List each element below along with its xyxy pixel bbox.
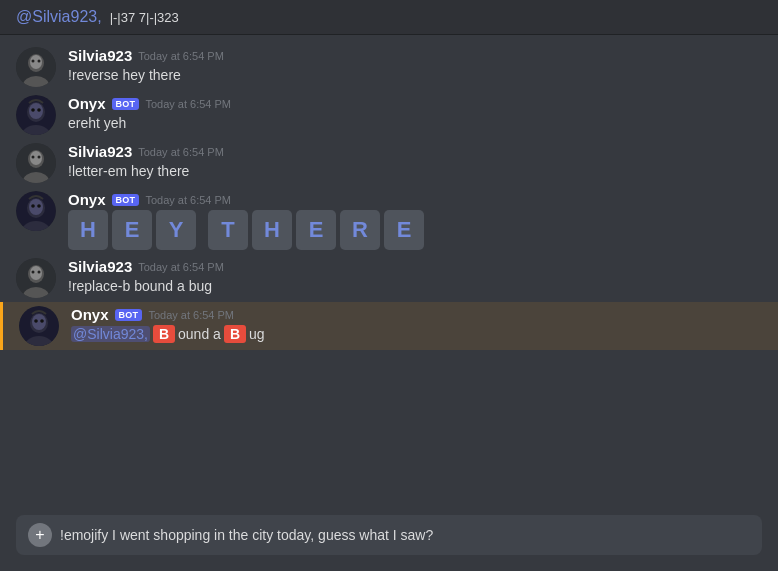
replace-b-result: @Silvia923, B ound a B ug [71, 325, 762, 343]
letter-box: E [112, 210, 152, 250]
avatar [16, 47, 56, 87]
message-group: Onyx BOT Today at 6:54 PM ereht yeh [0, 91, 778, 139]
svg-point-10 [31, 108, 35, 112]
svg-point-23 [37, 204, 41, 208]
input-area: + [0, 505, 778, 571]
letter-box: H [68, 210, 108, 250]
timestamp: Today at 6:54 PM [148, 309, 234, 321]
svg-point-27 [30, 266, 42, 280]
avatar [16, 258, 56, 298]
username: Onyx [68, 95, 106, 112]
timestamp: Today at 6:54 PM [138, 146, 224, 158]
svg-point-28 [32, 271, 35, 274]
username: Onyx [68, 191, 106, 208]
svg-point-4 [32, 60, 35, 63]
svg-point-29 [38, 271, 41, 274]
letter-box: E [384, 210, 424, 250]
svg-point-15 [30, 151, 42, 165]
message-group: Silvia923 Today at 6:54 PM !reverse hey … [0, 43, 778, 91]
svg-point-11 [37, 108, 41, 112]
text-part: ug [249, 326, 265, 342]
username: Silvia923 [68, 258, 132, 275]
bot-badge: BOT [112, 98, 140, 110]
timestamp: Today at 6:54 PM [138, 50, 224, 62]
text-part: ound a [178, 326, 221, 342]
letter-box: T [208, 210, 248, 250]
message-text: !letter-em hey there [68, 162, 762, 182]
b-box: B [224, 325, 246, 343]
avatar [19, 306, 59, 346]
letter-box: E [296, 210, 336, 250]
message-group: Silvia923 Today at 6:54 PM !replace-b bo… [0, 254, 778, 302]
timestamp: Today at 6:54 PM [138, 261, 224, 273]
pinned-message: @Silvia923, |-|37 7|-|323 [0, 0, 778, 35]
svg-point-5 [38, 60, 41, 63]
timestamp: Today at 6:54 PM [145, 98, 231, 110]
message-content: Silvia923 Today at 6:54 PM !reverse hey … [68, 47, 762, 86]
username: Silvia923 [68, 47, 132, 64]
letter-box: H [252, 210, 292, 250]
message-content: Silvia923 Today at 6:54 PM !letter-em he… [68, 143, 762, 182]
avatar [16, 143, 56, 183]
svg-point-3 [30, 55, 42, 69]
bot-badge: BOT [115, 309, 143, 321]
message-text: !reverse hey there [68, 66, 762, 86]
avatar [16, 95, 56, 135]
message-text: ereht yeh [68, 114, 762, 134]
chat-input[interactable] [60, 527, 750, 543]
letter-box: R [340, 210, 380, 250]
message-group-highlighted: Onyx BOT Today at 6:54 PM @Silvia923, B … [0, 302, 778, 350]
timestamp: Today at 6:54 PM [145, 194, 231, 206]
message-header: Silvia923 Today at 6:54 PM [68, 143, 762, 160]
svg-point-21 [29, 199, 43, 215]
svg-point-9 [29, 103, 43, 119]
add-button[interactable]: + [28, 523, 52, 547]
message-content: Onyx BOT Today at 6:54 PM @Silvia923, B … [71, 306, 762, 343]
messages-area: Silvia923 Today at 6:54 PM !reverse hey … [0, 35, 778, 505]
message-header: Silvia923 Today at 6:54 PM [68, 47, 762, 64]
b-box: B [153, 325, 175, 343]
message-content: Silvia923 Today at 6:54 PM !replace-b bo… [68, 258, 762, 297]
svg-point-16 [32, 156, 35, 159]
svg-point-22 [31, 204, 35, 208]
message-content: Onyx BOT Today at 6:54 PM H E Y T H E R … [68, 191, 762, 250]
message-header: Onyx BOT Today at 6:54 PM [68, 191, 762, 208]
pinned-mention: @Silvia923, [16, 8, 102, 26]
username: Onyx [71, 306, 109, 323]
svg-point-33 [32, 314, 46, 330]
message-header: Silvia923 Today at 6:54 PM [68, 258, 762, 275]
message-header: Onyx BOT Today at 6:54 PM [68, 95, 762, 112]
pinned-text: |-|37 7|-|323 [110, 10, 179, 25]
input-wrapper: + [16, 515, 762, 555]
bot-badge: BOT [112, 194, 140, 206]
message-header: Onyx BOT Today at 6:54 PM [71, 306, 762, 323]
message-text: !replace-b bound a bug [68, 277, 762, 297]
message-group: Silvia923 Today at 6:54 PM !letter-em he… [0, 139, 778, 187]
message-content: Onyx BOT Today at 6:54 PM ereht yeh [68, 95, 762, 134]
message-group: Onyx BOT Today at 6:54 PM H E Y T H E R … [0, 187, 778, 254]
letter-boxes: H E Y T H E R E [68, 210, 762, 250]
letter-box: Y [156, 210, 196, 250]
svg-point-34 [34, 319, 38, 323]
username: Silvia923 [68, 143, 132, 160]
avatar [16, 191, 56, 231]
mention: @Silvia923, [71, 326, 150, 342]
svg-point-35 [40, 319, 44, 323]
svg-point-17 [38, 156, 41, 159]
